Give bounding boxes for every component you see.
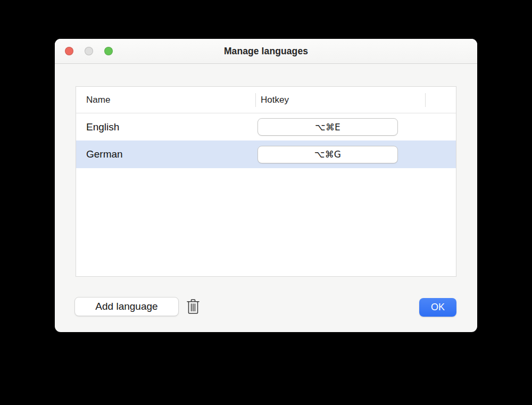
row-extra-cell (426, 140, 456, 168)
traffic-lights (65, 47, 113, 55)
hotkey-cell: ⌥⌘E (256, 113, 426, 140)
table-empty-area (76, 168, 456, 276)
titlebar[interactable]: Manage languages (55, 39, 477, 64)
minimize-button[interactable] (85, 47, 93, 55)
trash-icon (186, 299, 200, 315)
column-header-hotkey[interactable]: Hotkey (256, 87, 426, 113)
hotkey-cell: ⌥⌘G (256, 140, 426, 168)
column-header-name-label: Name (86, 95, 110, 105)
desktop-background: Manage languages Name Hotkey English (0, 0, 532, 405)
column-header-name[interactable]: Name (76, 87, 256, 113)
close-button[interactable] (65, 47, 73, 55)
language-name-cell: German (76, 140, 256, 168)
table-row-german[interactable]: German ⌥⌘G (76, 140, 456, 168)
table-header-row: Name Hotkey (76, 87, 456, 113)
languages-table: Name Hotkey English ⌥⌘E German ⌥⌘G (76, 86, 456, 277)
delete-language-button[interactable] (184, 297, 202, 316)
table-row-english[interactable]: English ⌥⌘E (76, 113, 456, 140)
manage-languages-window: Manage languages Name Hotkey English (55, 39, 477, 332)
hotkey-recorder-button-english[interactable]: ⌥⌘E (257, 118, 398, 136)
zoom-button[interactable] (104, 47, 113, 55)
column-header-hotkey-label: Hotkey (261, 95, 289, 105)
row-extra-cell (426, 113, 456, 140)
hotkey-recorder-button-german[interactable]: ⌥⌘G (257, 146, 398, 163)
add-language-button[interactable]: Add language (74, 297, 179, 316)
column-header-extra (426, 87, 456, 113)
ok-button[interactable]: OK (419, 298, 456, 317)
window-title: Manage languages (55, 39, 477, 64)
language-name-cell: English (76, 113, 256, 140)
